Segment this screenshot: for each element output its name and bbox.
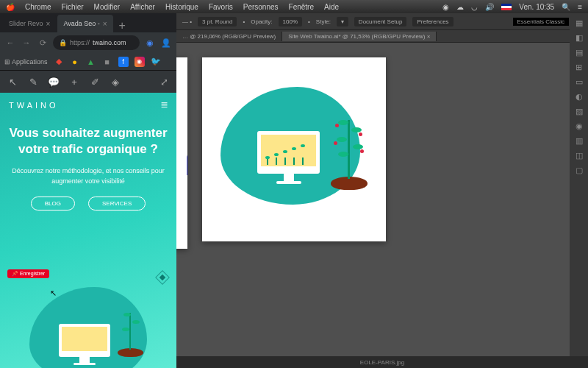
bookmarks-bar: ⊞ Applications ◆ ● ▲ ■ f ◉ 🐦 [0, 53, 176, 71]
search-icon[interactable]: 🔍 [562, 3, 570, 11]
lock-icon: 🔒 [59, 39, 67, 46]
tab-title: Avada Seo - [63, 20, 99, 27]
new-tab-button[interactable]: + [115, 19, 130, 32]
url-input[interactable]: 🔒 https://twaino.com [53, 35, 140, 50]
artboard[interactable] [176, 57, 187, 249]
expand-icon[interactable]: ⤢ [157, 75, 171, 88]
bookmark-icon[interactable]: ■ [102, 57, 112, 67]
plus-icon[interactable]: + [68, 75, 81, 88]
site-header: TWAINO ≡ [0, 93, 176, 118]
stroke-icon[interactable]: ▭ [573, 75, 586, 88]
illustrator-window: — • 3 pt. Round • Opacity: 100% • Style:… [176, 13, 588, 368]
artboards-icon[interactable]: ▢ [573, 163, 586, 177]
style-label: Style: [316, 18, 331, 25]
appearance-icon[interactable]: ◉ [573, 119, 586, 132]
bookmark-icon[interactable]: ◆ [54, 57, 64, 67]
edit-icon[interactable]: ✐ [88, 75, 101, 88]
browser-tab-active[interactable]: Avada Seo - × [57, 15, 112, 32]
facebook-icon[interactable]: f [118, 57, 129, 67]
close-icon[interactable]: × [46, 20, 51, 28]
address-bar-row: ← → ⟳ 🔒 https://twaino.com ◉ 👤 [0, 32, 176, 53]
menu-item[interactable]: Favoris [209, 3, 233, 11]
menu-item[interactable]: Modifier [94, 3, 121, 11]
chat-icon[interactable]: 💬 [47, 75, 60, 88]
transparency-icon[interactable]: ▨ [573, 105, 586, 118]
close-icon[interactable]: × [103, 20, 107, 28]
target-icon [155, 270, 170, 285]
stroke-profile[interactable]: — • [182, 18, 192, 25]
menu-item[interactable]: Historique [165, 3, 198, 11]
canvas-area[interactable] [176, 43, 588, 368]
clock[interactable]: Ven. 10:35 [519, 3, 554, 11]
stroke-select[interactable]: 3 pt. Round [198, 17, 237, 26]
inspect-icon[interactable]: ↖ [6, 75, 19, 88]
opacity-label: Opacity: [251, 18, 272, 25]
browser-tab[interactable]: Slider Revo × [3, 15, 56, 32]
hero-illustration [22, 280, 154, 368]
tab-bar: Slider Revo × Avada Seo - × + [0, 13, 176, 32]
brushes-icon[interactable]: ⊞ [573, 60, 586, 74]
menu-item[interactable]: Fichier [62, 3, 84, 11]
hero-headline: Vous souhaitez augmenter votre trafic or… [6, 125, 171, 158]
url-text: twaino.com [93, 39, 126, 46]
document-tabs: … @ 219,06% (RGB/GPU Preview) Site Web T… [176, 29, 588, 43]
ai-control-bar: — • 3 pt. Round • Opacity: 100% • Style:… [176, 13, 588, 29]
menu-item[interactable]: Personnes [243, 3, 279, 11]
color-icon[interactable]: ◧ [573, 31, 586, 44]
extension-icon[interactable]: ◉ [144, 37, 156, 49]
preferences-button[interactable]: Preferences [412, 17, 453, 26]
filename: EOLE-PARIS.jpg [360, 359, 404, 366]
volume-icon[interactable]: 🔊 [485, 3, 494, 11]
back-button[interactable]: ← [4, 37, 16, 49]
swatches-icon[interactable]: ▤ [573, 46, 586, 59]
artboard[interactable] [202, 57, 386, 241]
menu-item[interactable]: Aide [324, 3, 339, 11]
macos-menubar: 🍎 Chrome Fichier Modifier Afficher Histo… [0, 0, 588, 13]
pinterest-save-button[interactable]: 📌 Enregistrer [7, 269, 49, 278]
apps-icon[interactable]: ⊞ Applications [4, 58, 48, 66]
app-name[interactable]: Chrome [25, 3, 51, 11]
menu-item[interactable]: Afficher [130, 3, 155, 11]
twitter-icon[interactable]: 🐦 [151, 57, 161, 67]
right-panel-dock: ▦ ◧ ▤ ⊞ ▭ ◐ ▨ ◉ ▥ ◫ ▢ [570, 13, 588, 368]
doc-tab[interactable]: … @ 219,06% (RGB/GPU Preview) [176, 32, 282, 41]
services-button[interactable]: SERVICES [88, 197, 146, 210]
site-logo[interactable]: TWAINO [9, 101, 59, 110]
gradient-icon[interactable]: ◐ [573, 90, 586, 103]
layers-icon[interactable]: ▥ [573, 134, 586, 147]
instagram-icon[interactable]: ◉ [135, 57, 145, 67]
devtools-bar: ↖ ✎ 💬 + ✐ ◈ ⤢ [0, 71, 176, 93]
menu-item[interactable]: Fenêtre [289, 3, 314, 11]
workspace-selector[interactable]: Essentials Classic [513, 18, 569, 26]
doc-setup-button[interactable]: Document Setup [354, 17, 407, 26]
style-select[interactable]: ▾ [337, 17, 348, 26]
wifi-icon[interactable]: ◡ [471, 3, 478, 11]
close-icon[interactable]: × [427, 33, 431, 40]
status-bar: EOLE-PARIS.jpg [176, 356, 588, 368]
bookmark-icon[interactable]: ▲ [86, 57, 96, 67]
bookmark-icon[interactable]: ● [70, 57, 80, 67]
layers-icon[interactable]: ◈ [109, 75, 122, 88]
blog-button[interactable]: BLOG [31, 197, 75, 210]
opacity-input[interactable]: 100% [279, 17, 302, 26]
hamburger-icon[interactable]: ≡ [161, 99, 168, 112]
menu-icon[interactable]: ≡ [578, 3, 582, 11]
hero-subtext: Découvrez notre méthodologie, et nos con… [6, 166, 171, 186]
properties-icon[interactable]: ▦ [573, 16, 586, 29]
brush-icon[interactable]: ✎ [26, 75, 40, 88]
chrome-window: Slider Revo × Avada Seo - × + ← → ⟳ 🔒 ht… [0, 13, 176, 368]
forward-button[interactable]: → [21, 37, 32, 49]
apple-icon[interactable]: 🍎 [6, 3, 15, 11]
profile-icon[interactable]: 👤 [160, 37, 172, 49]
flag-icon[interactable] [501, 4, 512, 10]
asset-icon[interactable]: ◫ [573, 149, 586, 162]
webpage-viewport: TWAINO ≡ Vous souhaitez augmenter votre … [0, 93, 176, 368]
obs-icon[interactable]: ◉ [442, 3, 449, 11]
doc-tab-active[interactable]: Site Web Twaino.ai* @ 71,53% (RGB/GPU Pr… [282, 32, 437, 41]
hero-section: Vous souhaitez augmenter votre trafic or… [0, 118, 176, 218]
cloud-icon[interactable]: ☁ [456, 3, 464, 11]
tab-title: Slider Revo [9, 20, 43, 27]
reload-button[interactable]: ⟳ [37, 37, 49, 49]
